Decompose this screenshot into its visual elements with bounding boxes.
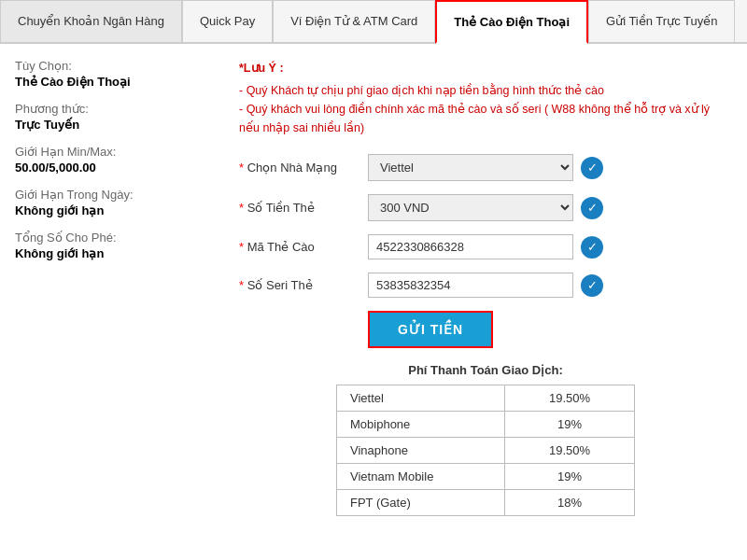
- nha-mang-label: * Chọn Nhà Mạng: [239, 161, 360, 175]
- so-seri-input[interactable]: [368, 273, 573, 298]
- gioi-han-ngay-value: Không giới hạn: [15, 203, 220, 217]
- fee-name: Viettel: [337, 385, 505, 412]
- info-phuong-thuc: Phương thức: Trực Tuyến: [15, 102, 220, 132]
- notice-title: *Lưu Ý :: [239, 59, 732, 77]
- notice-box: *Lưu Ý : - Quý Khách tự chịu phí giao dị…: [239, 59, 732, 137]
- tab-the-cao[interactable]: Thẻ Cào Điện Thoại: [435, 0, 588, 44]
- table-row: FPT (Gate)18%: [337, 490, 635, 516]
- main-content: Tùy Chọn: Thẻ Cào Điện Thoại Phương thức…: [0, 44, 747, 531]
- tab-vi-dien-tu[interactable]: Ví Điện Tử & ATM Card: [273, 0, 435, 42]
- so-tien-required: *: [239, 201, 247, 215]
- tuy-chon-label: Tùy Chọn:: [15, 59, 220, 73]
- so-seri-required: *: [239, 278, 247, 292]
- tab-quick-pay[interactable]: Quick Pay: [182, 0, 273, 42]
- info-gioi-han-minmax: Giới Hạn Min/Max: 50.00/5,000.00: [15, 145, 220, 175]
- nha-mang-check-icon: ✓: [581, 157, 603, 179]
- fee-name: Mobiphone: [337, 412, 505, 438]
- table-row: Vinaphone19.50%: [337, 438, 635, 464]
- info-tong-so: Tổng Số Cho Phé: Không giới hạn: [15, 231, 220, 260]
- tong-so-label: Tổng Số Cho Phé:: [15, 231, 220, 245]
- form-row-so-seri: * Số Seri Thẻ ✓: [239, 273, 732, 298]
- fee-percent: 19.50%: [505, 385, 635, 412]
- notice-line-2: - Quý khách vui lòng điền chính xác mã t…: [239, 100, 732, 137]
- nha-mang-select[interactable]: Viettel Mobiphone Vinaphone Vietnam Mobi…: [368, 154, 573, 181]
- fee-name: FPT (Gate): [337, 490, 505, 516]
- tong-so-value: Không giới hạn: [15, 246, 220, 260]
- so-seri-label: * Số Seri Thẻ: [239, 278, 360, 292]
- ma-the-label: * Mã Thẻ Cào: [239, 240, 360, 254]
- notice-line-1: - Quý Khách tự chịu phí giao dịch khi nạ…: [239, 81, 732, 100]
- table-row: Mobiphone19%: [337, 412, 635, 438]
- gioi-han-ngay-label: Giới Hạn Trong Ngày:: [15, 188, 220, 202]
- phuong-thuc-label: Phương thức:: [15, 102, 220, 116]
- fee-percent: 19%: [505, 412, 635, 438]
- tab-chuyen-khoan[interactable]: Chuyển Khoản Ngân Hàng: [0, 0, 182, 42]
- phuong-thuc-value: Trực Tuyến: [15, 118, 220, 132]
- info-tuy-chon: Tùy Chọn: Thẻ Cào Điện Thoại: [15, 59, 220, 89]
- fee-title: Phí Thanh Toán Giao Dịch:: [239, 363, 732, 377]
- so-tien-check-icon: ✓: [581, 197, 603, 219]
- fee-name: Vinaphone: [337, 438, 505, 464]
- ma-the-input[interactable]: [368, 234, 573, 259]
- fee-percent: 19.50%: [505, 438, 635, 464]
- form-row-nha-mang: * Chọn Nhà Mạng Viettel Mobiphone Vinaph…: [239, 154, 732, 181]
- fee-percent: 19%: [505, 464, 635, 490]
- so-tien-label: * Số Tiền Thẻ: [239, 201, 360, 215]
- ma-the-check-icon: ✓: [581, 236, 603, 259]
- tuy-chon-value: Thẻ Cào Điện Thoại: [15, 75, 220, 89]
- table-row: Vietnam Mobile19%: [337, 464, 635, 490]
- fee-table: Viettel19.50%Mobiphone19%Vinaphone19.50%…: [336, 385, 635, 516]
- form-row-ma-the: * Mã Thẻ Cào ✓: [239, 234, 732, 259]
- gioi-han-minmax-label: Giới Hạn Min/Max:: [15, 145, 220, 159]
- table-row: Viettel19.50%: [337, 385, 635, 412]
- fee-percent: 18%: [505, 490, 635, 516]
- so-seri-check-icon: ✓: [581, 274, 603, 297]
- tab-gui-tien[interactable]: Gửi Tiền Trực Tuyến: [588, 0, 735, 42]
- tab-bar: Chuyển Khoản Ngân Hàng Quick Pay Ví Điện…: [0, 0, 747, 44]
- gioi-han-minmax-value: 50.00/5,000.00: [15, 161, 220, 175]
- fee-section: Phí Thanh Toán Giao Dịch: Viettel19.50%M…: [239, 363, 732, 516]
- submit-button[interactable]: GỬI TIỀN: [368, 311, 493, 348]
- nha-mang-required: *: [239, 161, 247, 175]
- info-gioi-han-ngay: Giới Hạn Trong Ngày: Không giới hạn: [15, 188, 220, 217]
- form-row-so-tien: * Số Tiền Thẻ 300 VND 500 VND 1000 VND 2…: [239, 194, 732, 221]
- left-panel: Tùy Chọn: Thẻ Cào Điện Thoại Phương thức…: [15, 59, 220, 516]
- fee-name: Vietnam Mobile: [337, 464, 505, 490]
- ma-the-required: *: [239, 240, 247, 254]
- right-panel: *Lưu Ý : - Quý Khách tự chịu phí giao dị…: [239, 59, 732, 516]
- so-tien-select[interactable]: 300 VND 500 VND 1000 VND 2000 VND: [368, 194, 573, 221]
